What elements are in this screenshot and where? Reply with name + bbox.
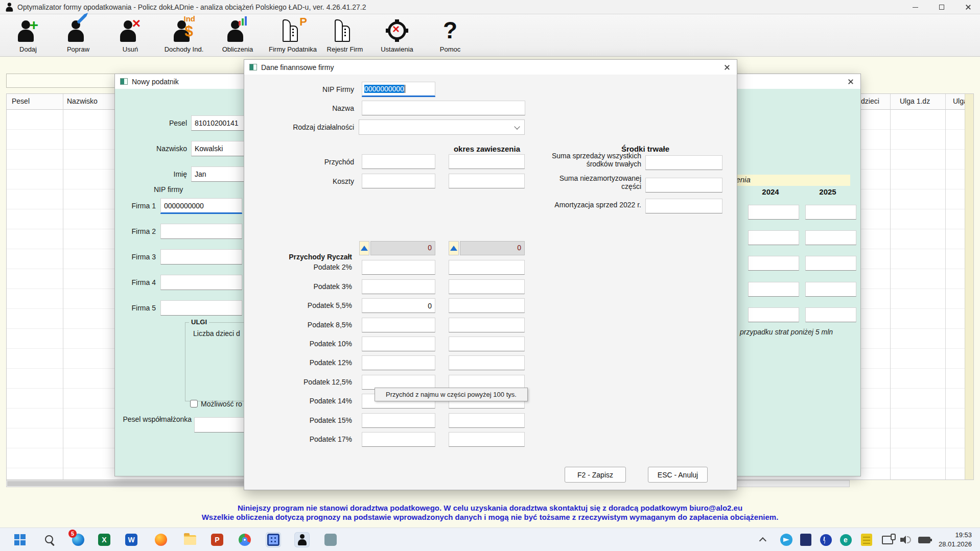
przychod-zawieszenie-input[interactable] — [449, 154, 525, 169]
podatek-15-input-2[interactable] — [449, 413, 525, 428]
taskbar-file-explorer-button[interactable] — [182, 532, 198, 547]
taskbar-firefox-button[interactable] — [153, 532, 169, 547]
year2024-row1-input[interactable] — [748, 205, 799, 220]
koszty-input[interactable] — [362, 174, 435, 188]
minimize-button[interactable] — [903, 0, 927, 14]
toolbar-calculations-button[interactable]: Obliczenia — [209, 17, 266, 54]
app-titlebar: Optymalizator formy opodatkowania - Poli… — [0, 0, 980, 14]
column-header-ulga1[interactable]: Ulga 1.dz — [900, 97, 930, 105]
year2024-row4-input[interactable] — [748, 282, 799, 297]
tray-telegram-icon[interactable] — [779, 532, 794, 547]
year2024-row2-input[interactable] — [748, 230, 799, 245]
rodzaj-dzialalnosci-label: Rodzaj działalności — [260, 123, 354, 131]
podatek-17-input-1[interactable] — [362, 432, 435, 447]
toolbar-delete-button[interactable]: × Usuń — [102, 17, 158, 54]
taskbar-app-window-button[interactable] — [266, 532, 281, 547]
taskbar-powerpoint-button[interactable]: P — [209, 532, 225, 547]
podatek-8-5-input-2[interactable] — [449, 318, 525, 332]
firma4-nip-input[interactable] — [160, 275, 242, 290]
podatek-12-5-label: Podatek 12,5% — [272, 378, 352, 386]
nazwa-input[interactable] — [362, 101, 525, 115]
ryczalt-spin-button-2[interactable] — [449, 241, 459, 255]
joint-settlement-checkbox[interactable] — [190, 400, 198, 408]
year2024-row3-input[interactable] — [748, 256, 799, 271]
tray-expand-button[interactable] — [756, 532, 772, 547]
tray-eset-icon[interactable]: e — [838, 532, 853, 547]
firma2-nip-input[interactable] — [160, 224, 242, 239]
column-header-dzieci[interactable]: dzieci — [861, 97, 879, 105]
taskbar-chrome-button[interactable] — [237, 532, 252, 547]
tray-smartcard-icon[interactable] — [859, 532, 874, 547]
toolbar-edit-button[interactable]: Popraw — [50, 17, 106, 54]
podatek-17-input-2[interactable] — [449, 432, 525, 447]
maximize-button[interactable] — [930, 0, 953, 14]
firma5-nip-input[interactable] — [160, 300, 242, 316]
firma3-nip-input[interactable] — [160, 249, 242, 265]
nip-firmy-input[interactable]: 0000000000 — [362, 82, 435, 97]
year2024-row5-input[interactable] — [748, 307, 799, 322]
podatek-2-input-2[interactable] — [449, 260, 525, 275]
podatek-10-input-2[interactable] — [449, 337, 525, 351]
search-icon — [44, 535, 55, 545]
taskbar-clock[interactable]: 19:53 28.01.2026 — [939, 531, 972, 549]
windows-start-button[interactable] — [12, 532, 28, 547]
tray-volume-icon[interactable] — [898, 532, 914, 547]
podatek-5-5-input-2[interactable] — [449, 298, 525, 313]
taskbar-search-button[interactable] — [42, 532, 57, 547]
year2025-row2-input[interactable] — [805, 230, 856, 245]
podatek-2-input-1[interactable] — [362, 260, 435, 275]
suma-sprzedazy-input[interactable] — [645, 155, 722, 170]
year2025-row4-input[interactable] — [805, 282, 856, 297]
tray-cast-display-icon[interactable] — [880, 532, 895, 547]
cancel-button[interactable]: ESC - Anuluj — [648, 467, 708, 483]
tray-app-tile-icon[interactable] — [798, 532, 813, 547]
taskbar-excel-button[interactable]: X — [97, 532, 112, 547]
podatek-8-5-input-1[interactable] — [362, 318, 435, 332]
taskbar-companion-app-button[interactable] — [323, 532, 338, 547]
suma-niezamortyzowanej-input[interactable] — [645, 178, 722, 193]
column-divider — [945, 94, 946, 480]
taskbar-optymalizator-button[interactable] — [294, 532, 310, 547]
dialog-icon — [249, 64, 257, 70]
toolbar-individual-income-button[interactable]: Ind$ Dochody Ind. — [156, 17, 212, 54]
chart-person-icon — [223, 18, 252, 44]
koszty-zawieszenie-input[interactable] — [449, 174, 525, 188]
firma1-nip-input[interactable] — [160, 198, 242, 213]
save-button[interactable]: F2 - Zapisz — [565, 467, 626, 483]
taskbar-browser-badge-button[interactable]: 5 — [71, 532, 86, 547]
close-button[interactable] — [956, 0, 980, 14]
dialog-close-button[interactable] — [845, 77, 856, 86]
toolbar-help-button[interactable]: ? Pomoc — [422, 17, 478, 54]
toolbar-settings-button[interactable]: × Ustawienia — [369, 17, 425, 54]
year2025-row3-input[interactable] — [805, 256, 856, 271]
imie-label: Imię — [123, 170, 187, 178]
tray-battery-icon[interactable] — [917, 532, 932, 547]
amortyzacja-input[interactable] — [645, 199, 722, 213]
dialog-close-button[interactable] — [721, 63, 733, 72]
podatek-12-input-1[interactable] — [362, 355, 435, 370]
podatek-3-input-1[interactable] — [362, 279, 435, 294]
telegram-icon — [780, 534, 792, 546]
przychod-input[interactable] — [362, 154, 435, 169]
podatek-10-input-1[interactable] — [362, 337, 435, 351]
podatek-5-5-label: Podatek 5,5% — [272, 301, 352, 309]
column-header-nazwisko[interactable]: Nazwisko — [67, 97, 98, 105]
taskbar-word-button[interactable]: W — [124, 532, 139, 547]
tray-clock-app-icon[interactable] — [818, 532, 833, 547]
column-header-pesel[interactable]: Pesel — [12, 97, 30, 105]
podatek-5-5-input-1[interactable] — [362, 298, 435, 313]
year2025-row1-input[interactable] — [805, 205, 856, 220]
pesel-label: Pesel — [123, 119, 187, 127]
podatek-12-input-2[interactable] — [449, 355, 525, 370]
toolbar-taxpayer-companies-button[interactable]: P Firmy Podatnika — [262, 17, 323, 54]
koszty-label: Koszty — [293, 177, 354, 185]
rodzaj-dzialalnosci-select[interactable] — [359, 119, 525, 135]
podatek-15-input-1[interactable] — [362, 413, 435, 428]
toolbar-add-button[interactable]: + Dodaj — [0, 17, 56, 54]
toolbar-company-register-button[interactable]: Rejestr Firm — [317, 17, 373, 54]
ryczalt-spin-button-1[interactable] — [359, 241, 369, 255]
podatek-3-input-2[interactable] — [449, 279, 525, 294]
toolbar: + Dodaj Popraw × Usuń Ind$ Dochody Ind. … — [0, 14, 980, 57]
clock-app-icon — [820, 534, 832, 546]
year2025-row5-input[interactable] — [805, 307, 856, 322]
